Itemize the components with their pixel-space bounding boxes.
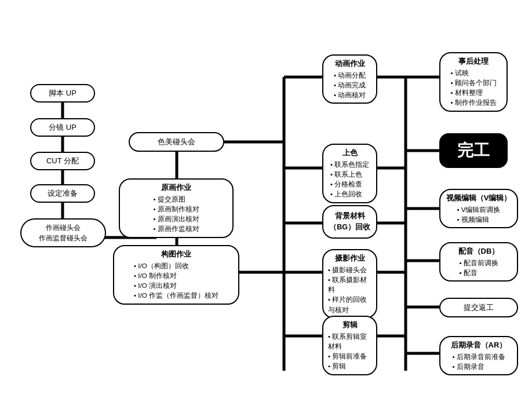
sheying-title: 摄影作业 bbox=[335, 253, 365, 264]
jianji-title: 剪辑 bbox=[342, 319, 358, 331]
goutou-title: 构图作业 bbox=[161, 248, 191, 260]
yuanhua-items: 提交原图 原画制作核对 原画演出核对 原画作监核对 bbox=[153, 195, 199, 235]
cut-fenpei-label: CUT 分配 bbox=[46, 155, 79, 167]
houqi-title: 后期录音（AR） bbox=[451, 339, 507, 351]
shangse-items: 联系色指定 联系上色 分格检查 上色回收 bbox=[330, 160, 369, 200]
sheding-zhunbei-label: 设定准备 bbox=[48, 188, 78, 199]
sheying-items: 摄影碰头会 联系摄影材料 样片的回收与核对 bbox=[328, 265, 371, 315]
fenjing-up-label: 分镜 UP bbox=[49, 122, 76, 133]
donghua-work-node: 动画作业 动画分配 动画完成 动画核对 bbox=[322, 54, 377, 104]
houqi-luyin-node: 后期录音（AR） 后期录音前准备 后期录音 bbox=[439, 336, 518, 375]
video-edit-title: 视频编辑（V编辑） bbox=[446, 192, 512, 204]
shangse-node: 上色 联系色指定 联系上色 分格检查 上色回收 bbox=[322, 144, 377, 203]
shishi-chuli-node: 事后处理 试映 顾问各个部门 材料整理 制作作业报告 bbox=[439, 52, 508, 112]
tijiao-fanghui-node: 提交返工 bbox=[439, 298, 518, 317]
tijiao-fanghui-label: 提交返工 bbox=[464, 302, 494, 313]
cut-fenpei-node: CUT 分配 bbox=[30, 152, 95, 170]
goutou-work-node: 构图作业 I/O（构图）回收 I/O 制作核对 I/O 演出核对 I/O 作监（… bbox=[113, 245, 239, 305]
fenjing-up-node: 分镜 UP bbox=[30, 118, 95, 137]
video-edit-items: V编辑前调换 视频编辑 bbox=[457, 205, 501, 225]
shishi-items: 试映 顾问各个部门 材料整理 制作作业报告 bbox=[450, 68, 496, 108]
peiyin-items: 配音前调换 配音 bbox=[459, 258, 498, 279]
sheying-work-node: 摄影作业 摄影碰头会 联系摄影材料 样片的回收与核对 bbox=[322, 249, 377, 319]
beijing-material-node: 背景材料 （BG）回收 bbox=[322, 205, 377, 239]
beijing-title: 背景材料 （BG）回收 bbox=[329, 211, 370, 233]
goutou-items: I/O（构图）回收 I/O 制作核对 I/O 演出核对 I/O 作监（作画监督）… bbox=[134, 261, 218, 301]
jiaoben-up-node: 脚本 UP bbox=[30, 84, 95, 103]
jianji-node: 剪辑 联系剪辑室材料 剪辑前准备 剪辑 bbox=[322, 316, 377, 375]
wangong-node: 完工 bbox=[439, 133, 508, 168]
jianji-items: 联系剪辑室材料 剪辑前准备 剪辑 bbox=[328, 332, 371, 372]
yuanhua-work-node: 原画作业 提交原图 原画制作核对 原画演出核对 原画作监核对 bbox=[119, 178, 234, 238]
donghua-items: 动画分配 动画完成 动画核对 bbox=[334, 71, 366, 101]
jiaoben-up-label: 脚本 UP bbox=[49, 87, 76, 99]
houqi-items: 后期录音前准备 后期录音 bbox=[452, 352, 505, 372]
diagram: 脚本 UP 分镜 UP CUT 分配 设定准备 作画碰头会 作画监督碰头会 色美… bbox=[0, 0, 532, 413]
semei-meeting-node: 色美碰头会 bbox=[129, 132, 224, 152]
shishi-title: 事后处理 bbox=[458, 56, 489, 67]
semei-meeting-label: 色美碰头会 bbox=[158, 136, 195, 148]
peiyin-title: 配音（DB） bbox=[458, 246, 500, 257]
wangong-label: 完工 bbox=[457, 138, 490, 163]
donghua-title: 动画作业 bbox=[335, 58, 365, 70]
zuohua-meeting-node: 作画碰头会 作画监督碰头会 bbox=[20, 218, 106, 247]
zuohua-meeting-label: 作画碰头会 作画监督碰头会 bbox=[39, 222, 88, 243]
peiyin-node: 配音（DB） 配音前调换 配音 bbox=[439, 242, 518, 282]
shangse-title: 上色 bbox=[342, 147, 358, 159]
sheding-zhunbei-node: 设定准备 bbox=[30, 184, 95, 203]
yuanhua-title: 原画作业 bbox=[161, 182, 191, 193]
video-edit-node: 视频编辑（V编辑） V编辑前调换 视频编辑 bbox=[439, 189, 518, 228]
